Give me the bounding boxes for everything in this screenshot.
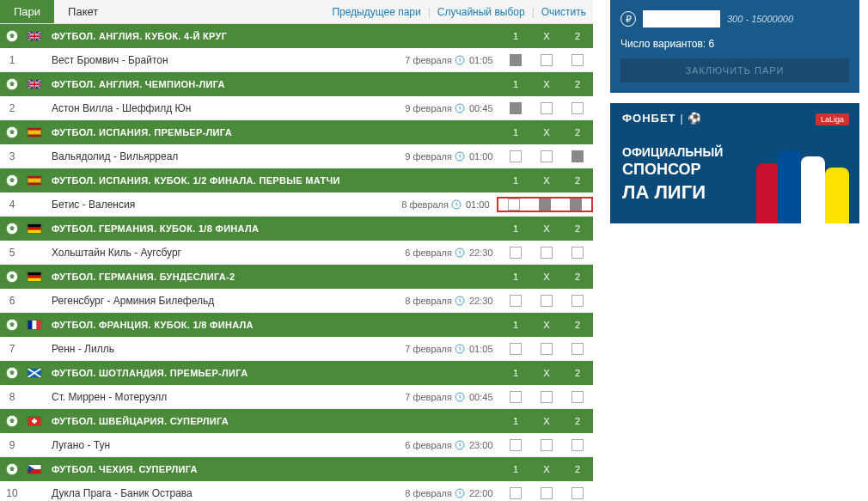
- match-name[interactable]: Вест Бромвич - Брайтон: [45, 54, 392, 66]
- pick-checkbox[interactable]: [510, 102, 522, 114]
- match-date: 6 февраля: [392, 247, 452, 258]
- match-number: 9: [0, 439, 24, 451]
- pick-boxes: [500, 487, 593, 499]
- col-x: X: [531, 416, 562, 426]
- match-row: 1Вест Бромвич - Брайтон7 февраля01:05: [0, 48, 593, 72]
- pick-checkbox[interactable]: [510, 343, 522, 355]
- col-2: 2: [562, 416, 593, 426]
- link-random[interactable]: Случайный выбор: [437, 6, 525, 18]
- sponsor-banner[interactable]: ФОНБЕТ | ⚽ LaLiga ОФИЦИАЛЬНЫЙ СПОНСОР ЛА…: [610, 103, 859, 223]
- match-date: 7 февраля: [392, 55, 452, 65]
- pick-checkbox[interactable]: [572, 295, 584, 307]
- match-date: 7 февраля: [392, 392, 452, 402]
- match-row: 3Вальядолид - Вильярреал9 февраля01:00: [0, 144, 593, 168]
- soccer-icon: [0, 462, 24, 476]
- match-time: 01:00: [468, 151, 500, 162]
- match-name[interactable]: Дукла Прага - Баник Острава: [45, 487, 392, 499]
- league-header[interactable]: ФУТБОЛ. ЧЕХИЯ. СУПЕРЛИГА1X2: [0, 457, 593, 481]
- pick-checkbox[interactable]: [572, 487, 584, 499]
- svg-rect-44: [32, 420, 37, 423]
- banner-text: ОФИЦИАЛЬНЫЙ СПОНСОР ЛА ЛИГИ: [622, 144, 723, 205]
- col-1: 1: [500, 79, 531, 89]
- match-name[interactable]: Бетис - Валенсия: [45, 199, 388, 211]
- pick-checkbox[interactable]: [510, 487, 522, 499]
- col-1: 1: [500, 368, 531, 378]
- league-title: ФУТБОЛ. ШВЕЙЦАРИЯ. СУПЕРЛИГА: [45, 416, 500, 426]
- bet-widget: ₽ 300 - 15000000 Число вариантов: 6 ЗАКЛ…: [610, 0, 859, 93]
- pick-boxes: [500, 295, 593, 307]
- league-header[interactable]: ФУТБОЛ. ГЕРМАНИЯ. БУНДЕСЛИГА-21X2: [0, 265, 593, 289]
- match-name[interactable]: Вальядолид - Вильярреал: [45, 150, 392, 162]
- pick-checkbox[interactable]: [541, 391, 553, 403]
- soccer-icon: [0, 77, 24, 91]
- pick-checkbox[interactable]: [572, 54, 584, 66]
- league-header[interactable]: ФУТБОЛ. ФРАНЦИЯ. КУБОК. 1/8 ФИНАЛА1X2: [0, 313, 593, 337]
- pick-checkbox[interactable]: [572, 343, 584, 355]
- pick-checkbox[interactable]: [570, 199, 582, 211]
- col-1: 1: [500, 272, 531, 282]
- col-2: 2: [562, 320, 593, 330]
- clock-icon: [449, 199, 464, 210]
- league-header[interactable]: ФУТБОЛ. ШВЕЙЦАРИЯ. СУПЕРЛИГА1X2: [0, 409, 593, 433]
- link-previous-bet[interactable]: Предыдущее пари: [332, 6, 420, 18]
- pick-boxes: [500, 439, 593, 451]
- tab-pari[interactable]: Пари: [0, 0, 54, 23]
- match-name[interactable]: Ренн - Лилль: [45, 343, 392, 355]
- pick-checkbox[interactable]: [541, 295, 553, 307]
- league-header[interactable]: ФУТБОЛ. ГЕРМАНИЯ. КУБОК. 1/8 ФИНАЛА1X2: [0, 217, 593, 241]
- league-title: ФУТБОЛ. ФРАНЦИЯ. КУБОК. 1/8 ФИНАЛА: [45, 320, 500, 330]
- match-number: 2: [0, 102, 24, 114]
- bet-amount-input[interactable]: [643, 10, 720, 27]
- match-row: 5Хольштайн Киль - Аугсбург6 февраля22:30: [0, 241, 593, 265]
- flag-icon: [24, 464, 45, 474]
- col-2: 2: [562, 127, 593, 137]
- link-clear[interactable]: Очистить: [541, 6, 586, 18]
- league-header[interactable]: ФУТБОЛ. ИСПАНИЯ. КУБОК. 1/2 ФИНАЛА. ПЕРВ…: [0, 168, 593, 192]
- pick-checkbox[interactable]: [510, 295, 522, 307]
- pick-checkbox[interactable]: [510, 247, 522, 259]
- submit-bet-button[interactable]: ЗАКЛЮЧИТЬ ПАРИ: [620, 58, 849, 82]
- pick-checkbox[interactable]: [510, 54, 522, 66]
- match-name[interactable]: Лугано - Тун: [45, 439, 392, 451]
- ruble-icon: ₽: [620, 11, 636, 27]
- pick-checkbox[interactable]: [572, 102, 584, 114]
- pick-checkbox[interactable]: [510, 150, 522, 162]
- pick-checkbox[interactable]: [508, 199, 520, 211]
- match-name[interactable]: Ст. Миррен - Мотеруэлл: [45, 391, 392, 403]
- pick-checkbox[interactable]: [539, 199, 551, 211]
- pick-checkbox[interactable]: [572, 439, 584, 451]
- variants-count: Число вариантов: 6: [620, 38, 849, 50]
- flag-icon: [24, 368, 45, 378]
- league-header[interactable]: ФУТБОЛ. АНГЛИЯ. ЧЕМПИОН-ЛИГА1X2: [0, 72, 593, 96]
- pick-checkbox[interactable]: [541, 102, 553, 114]
- pick-checkbox[interactable]: [572, 150, 584, 162]
- match-name[interactable]: Астон Вилла - Шеффилд Юн: [45, 102, 392, 114]
- league-header[interactable]: ФУТБОЛ. АНГЛИЯ. КУБОК. 4-Й КРУГ1X2: [0, 24, 593, 48]
- match-time: 00:45: [468, 103, 500, 113]
- match-name[interactable]: Регенсбург - Арминия Билефельд: [45, 295, 392, 307]
- pick-checkbox[interactable]: [510, 391, 522, 403]
- match-row: 2Астон Вилла - Шеффилд Юн9 февраля00:45: [0, 96, 593, 120]
- match-row: 4Бетис - Валенсия8 февраля01:00: [0, 192, 593, 217]
- league-header[interactable]: ФУТБОЛ. ШОТЛАНДИЯ. ПРЕМЬЕР-ЛИГА1X2: [0, 361, 593, 385]
- pick-checkbox[interactable]: [541, 439, 553, 451]
- match-time: 01:05: [468, 344, 500, 354]
- col-2: 2: [562, 464, 593, 474]
- match-time: 23:00: [468, 440, 500, 450]
- flag-icon: [24, 272, 45, 282]
- pick-checkbox[interactable]: [572, 391, 584, 403]
- match-name[interactable]: Хольштайн Киль - Аугсбург: [45, 247, 392, 259]
- pick-checkbox[interactable]: [541, 247, 553, 259]
- pick-checkbox[interactable]: [572, 247, 584, 259]
- pick-checkbox[interactable]: [541, 487, 553, 499]
- match-date: 9 февраля: [392, 103, 452, 113]
- league-header[interactable]: ФУТБОЛ. ИСПАНИЯ. ПРЕМЬЕР-ЛИГА1X2: [0, 120, 593, 144]
- pick-checkbox[interactable]: [510, 439, 522, 451]
- tab-paket[interactable]: Пакет: [54, 0, 112, 23]
- match-date: 6 февраля: [392, 440, 452, 450]
- pick-checkbox[interactable]: [541, 54, 553, 66]
- pick-checkbox[interactable]: [541, 343, 553, 355]
- match-date: 9 февраля: [392, 151, 452, 162]
- match-date: 7 февраля: [392, 344, 452, 354]
- pick-checkbox[interactable]: [541, 150, 553, 162]
